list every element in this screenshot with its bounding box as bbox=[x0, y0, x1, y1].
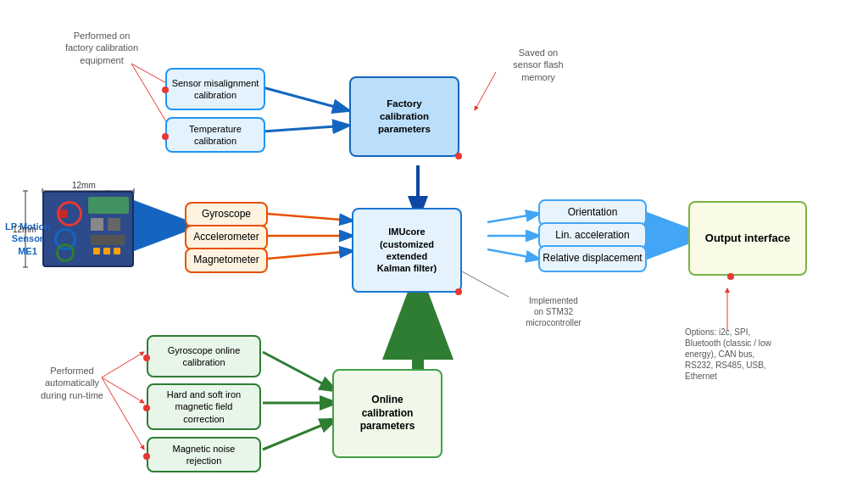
factory-cal-box: Factorycalibrationparameters bbox=[349, 76, 459, 157]
options-label: Options: i2c, SPI,Bluetooth (classic / l… bbox=[685, 327, 829, 382]
imu-core-box: IMUcore(customizedextendedKalman filter) bbox=[352, 208, 462, 293]
svg-line-12 bbox=[267, 214, 352, 221]
svg-line-23 bbox=[462, 271, 509, 297]
magnetic-noise-box: Magnetic noiserejection bbox=[147, 437, 261, 472]
temperature-box: Temperaturecalibration bbox=[165, 117, 265, 153]
gyroscope-online-box: Gyroscope onlinecalibration bbox=[147, 335, 261, 377]
svg-line-6 bbox=[263, 87, 348, 110]
hard-soft-iron-box: Hard and soft ironmagnetic fieldcorrecti… bbox=[147, 383, 261, 430]
relative-displacement-box: Relative displacement bbox=[538, 245, 647, 272]
dot-hard-soft-iron bbox=[143, 405, 150, 411]
sensor-misalignment-box: Sensor misalignmentcalibration bbox=[165, 68, 265, 110]
dot-imu-core bbox=[455, 288, 462, 295]
svg-line-1 bbox=[131, 64, 170, 127]
svg-line-21 bbox=[263, 420, 335, 450]
dot-sensor-misalignment bbox=[162, 87, 169, 93]
output-interface-box: Output interface bbox=[688, 201, 807, 276]
dot-output-interface bbox=[727, 273, 734, 280]
dot-factory-cal bbox=[455, 153, 462, 159]
svg-line-14 bbox=[267, 251, 352, 259]
svg-line-15 bbox=[487, 214, 538, 222]
implemented-on-label: Implementedon STM32microcontroller bbox=[507, 295, 600, 328]
dim-vertical: 12mm bbox=[13, 225, 36, 234]
magnetometer-box: Magnetometer bbox=[185, 248, 268, 273]
svg-line-7 bbox=[263, 126, 348, 131]
dot-magnetic-noise bbox=[143, 453, 150, 460]
dot-temperature bbox=[162, 133, 169, 140]
svg-line-2 bbox=[475, 72, 496, 110]
gyroscope-box: Gyroscope bbox=[185, 202, 268, 227]
sensor-pcb bbox=[42, 191, 134, 267]
online-cal-box: Onlinecalibrationparameters bbox=[332, 369, 442, 458]
dim-horizontal: 12mm bbox=[72, 181, 96, 190]
performed-on-label: Performed onfactory calibrationequipment bbox=[55, 30, 148, 66]
svg-line-19 bbox=[263, 352, 335, 390]
accelerometer-box: Accelerometer bbox=[185, 225, 268, 250]
svg-line-17 bbox=[487, 249, 538, 259]
saved-on-label: Saved onsensor flashmemory bbox=[496, 47, 581, 83]
dot-gyroscope-online bbox=[143, 355, 150, 361]
performed-auto-label: Performedautomaticallyduring run-time bbox=[25, 365, 119, 401]
svg-line-0 bbox=[131, 64, 170, 85]
